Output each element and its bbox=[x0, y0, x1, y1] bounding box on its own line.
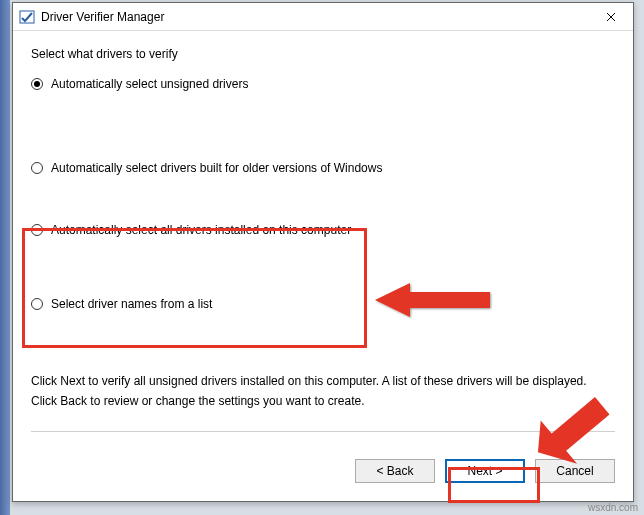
instruction-line: Click Back to review or change the setti… bbox=[31, 391, 615, 411]
close-button[interactable] bbox=[589, 3, 633, 31]
window-title: Driver Verifier Manager bbox=[41, 10, 164, 24]
option-unsigned-drivers[interactable]: Automatically select unsigned drivers bbox=[31, 77, 615, 91]
option-label: Automatically select drivers built for o… bbox=[51, 161, 382, 175]
option-older-windows[interactable]: Automatically select drivers built for o… bbox=[31, 161, 615, 175]
radio-icon bbox=[31, 78, 43, 90]
radio-icon bbox=[31, 298, 43, 310]
verifier-icon bbox=[19, 9, 35, 25]
option-label: Automatically select unsigned drivers bbox=[51, 77, 248, 91]
divider bbox=[31, 431, 615, 432]
next-button[interactable]: Next > bbox=[445, 459, 525, 483]
section-label: Select what drivers to verify bbox=[31, 47, 615, 61]
back-button[interactable]: < Back bbox=[355, 459, 435, 483]
option-all-drivers[interactable]: Automatically select all drivers install… bbox=[31, 223, 615, 237]
radio-icon bbox=[31, 224, 43, 236]
close-icon bbox=[606, 12, 616, 22]
svg-rect-0 bbox=[20, 11, 34, 23]
desktop-edge bbox=[0, 0, 10, 515]
instruction-line: Click Next to verify all unsigned driver… bbox=[31, 371, 615, 391]
option-from-list[interactable]: Select driver names from a list bbox=[31, 297, 615, 311]
content-area: Select what drivers to verify Automatica… bbox=[31, 47, 615, 321]
radio-icon bbox=[31, 162, 43, 174]
cancel-button[interactable]: Cancel bbox=[535, 459, 615, 483]
dialog-window: Driver Verifier Manager Select what driv… bbox=[12, 2, 634, 502]
titlebar[interactable]: Driver Verifier Manager bbox=[13, 3, 633, 31]
button-row: < Back Next > Cancel bbox=[355, 459, 615, 483]
option-label: Select driver names from a list bbox=[51, 297, 212, 311]
instructions: Click Next to verify all unsigned driver… bbox=[31, 371, 615, 412]
option-label: Automatically select all drivers install… bbox=[51, 223, 351, 237]
watermark: wsxdn.com bbox=[588, 502, 638, 513]
